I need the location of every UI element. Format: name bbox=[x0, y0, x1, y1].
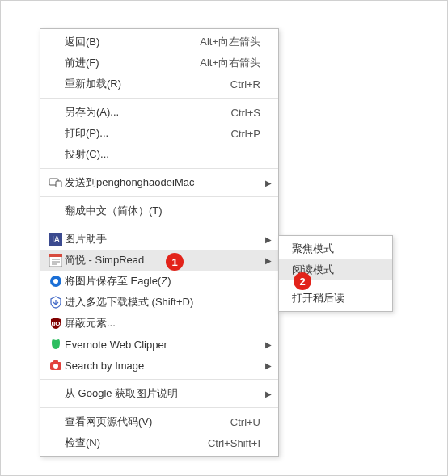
separator bbox=[40, 225, 278, 225]
simpread-submenu: 聚焦模式 阅读模式 打开稍后读 bbox=[278, 235, 393, 312]
menu-label: 投射(C)... bbox=[65, 147, 260, 162]
menu-item-back[interactable]: 返回(B) Alt+向左箭头 bbox=[40, 32, 278, 53]
submenu-arrow-icon: ▶ bbox=[265, 361, 272, 370]
menu-label: 前进(F) bbox=[65, 56, 193, 70]
menu-label: 聚焦模式 bbox=[292, 242, 374, 256]
empty-icon bbox=[47, 56, 65, 70]
menu-item-google-image-desc[interactable]: 从 Google 获取图片说明 ▶ bbox=[40, 383, 278, 404]
menu-label: 查看网页源代码(V) bbox=[65, 415, 224, 429]
menu-label: Evernote Web Clipper bbox=[65, 339, 260, 351]
empty-icon bbox=[47, 105, 65, 120]
menu-item-simpread[interactable]: 简悦 - SimpRead ▶ bbox=[40, 250, 278, 271]
menu-shortcut: Ctrl+R bbox=[230, 78, 260, 91]
menu-item-view-source[interactable]: 查看网页源代码(V) Ctrl+U bbox=[40, 411, 278, 432]
menu-item-translate[interactable]: 翻成中文（简体）(T) bbox=[40, 200, 278, 221]
submenu-arrow-icon: ▶ bbox=[265, 179, 272, 187]
menu-item-send-to[interactable]: 发送到penghonghaodeiMac ▶ bbox=[40, 172, 278, 193]
menu-item-ublock[interactable]: uO 屏蔽元素... bbox=[40, 313, 278, 334]
menu-label: 重新加载(R) bbox=[65, 77, 224, 91]
separator bbox=[40, 379, 278, 380]
separator bbox=[40, 168, 278, 169]
menu-label: 将图片保存至 Eagle(Z) bbox=[65, 274, 260, 289]
menu-shortcut: Alt+向右箭头 bbox=[200, 56, 260, 70]
svg-text:uO: uO bbox=[51, 320, 60, 327]
menu-item-save-to-eagle[interactable]: 将图片保存至 Eagle(Z) bbox=[40, 271, 278, 292]
menu-item-forward[interactable]: 前进(F) Alt+向右箭头 bbox=[40, 53, 278, 74]
menu-label: 翻成中文（简体）(T) bbox=[65, 204, 260, 218]
simpread-icon bbox=[47, 253, 65, 267]
empty-icon bbox=[47, 436, 65, 450]
empty-icon bbox=[47, 126, 65, 141]
menu-shortcut: Ctrl+U bbox=[230, 416, 260, 428]
menu-item-image-assistant[interactable]: IA 图片助手 ▶ bbox=[40, 229, 278, 250]
menu-item-search-by-image[interactable]: Search by Image ▶ bbox=[40, 355, 278, 376]
menu-shortcut: Alt+向左箭头 bbox=[200, 35, 260, 49]
menu-label: 进入多选下载模式 (Shift+D) bbox=[65, 295, 260, 310]
submenu-arrow-icon: ▶ bbox=[265, 235, 272, 244]
menu-shortcut: Ctrl+P bbox=[231, 128, 260, 140]
image-assistant-icon: IA bbox=[47, 232, 65, 246]
submenu-item-read-later[interactable]: 打开稍后读 bbox=[279, 288, 392, 309]
svg-rect-5 bbox=[49, 254, 62, 257]
menu-label: 打开稍后读 bbox=[292, 291, 374, 305]
menu-label: 屏蔽元素... bbox=[65, 316, 260, 331]
annotation-badge-1: 1 bbox=[166, 253, 184, 271]
svg-rect-14 bbox=[53, 360, 58, 363]
annotation-badge-2: 2 bbox=[294, 272, 311, 290]
devices-icon bbox=[47, 175, 65, 190]
menu-item-reload[interactable]: 重新加载(R) Ctrl+R bbox=[40, 74, 278, 95]
menu-item-save-as[interactable]: 另存为(A)... Ctrl+S bbox=[40, 102, 278, 123]
submenu-item-focus-mode[interactable]: 聚焦模式 bbox=[279, 238, 392, 259]
separator bbox=[40, 98, 278, 99]
empty-icon bbox=[47, 204, 65, 218]
submenu-arrow-icon: ▶ bbox=[265, 256, 272, 265]
empty-icon bbox=[47, 35, 65, 49]
svg-text:IA: IA bbox=[52, 235, 60, 244]
submenu-arrow-icon: ▶ bbox=[265, 390, 272, 398]
menu-item-multi-download[interactable]: 进入多选下载模式 (Shift+D) bbox=[40, 292, 278, 313]
context-menu: 返回(B) Alt+向左箭头 前进(F) Alt+向右箭头 重新加载(R) Ct… bbox=[40, 28, 279, 457]
camera-icon bbox=[47, 358, 65, 373]
menu-label: 从 Google 获取图片说明 bbox=[65, 386, 260, 401]
separator bbox=[40, 407, 278, 408]
empty-icon bbox=[47, 147, 65, 162]
ublock-icon: uO bbox=[47, 316, 65, 331]
menu-label: 打印(P)... bbox=[65, 126, 225, 141]
menu-label: 发送到penghonghaodeiMac bbox=[65, 175, 260, 190]
separator bbox=[40, 196, 278, 197]
svg-point-13 bbox=[53, 364, 58, 369]
empty-icon bbox=[47, 415, 65, 429]
submenu-arrow-icon: ▶ bbox=[265, 340, 272, 349]
empty-icon bbox=[47, 77, 65, 91]
freedownload-icon bbox=[47, 295, 65, 310]
menu-label: Search by Image bbox=[65, 360, 260, 372]
menu-label: 图片助手 bbox=[65, 232, 260, 246]
eagle-icon bbox=[47, 274, 65, 289]
svg-rect-1 bbox=[56, 181, 61, 187]
empty-icon bbox=[47, 386, 65, 401]
svg-point-10 bbox=[53, 279, 58, 284]
menu-label: 另存为(A)... bbox=[65, 105, 225, 120]
menu-shortcut: Ctrl+Shift+I bbox=[208, 437, 260, 449]
menu-label: 返回(B) bbox=[65, 35, 193, 49]
evernote-icon bbox=[47, 337, 65, 352]
menu-item-cast[interactable]: 投射(C)... bbox=[40, 144, 278, 165]
menu-item-inspect[interactable]: 检查(N) Ctrl+Shift+I bbox=[40, 432, 278, 453]
menu-item-print[interactable]: 打印(P)... Ctrl+P bbox=[40, 123, 278, 144]
menu-label: 简悦 - SimpRead bbox=[65, 253, 260, 267]
menu-label: 检查(N) bbox=[65, 436, 201, 450]
menu-shortcut: Ctrl+S bbox=[231, 107, 260, 119]
menu-item-evernote[interactable]: Evernote Web Clipper ▶ bbox=[40, 334, 278, 355]
